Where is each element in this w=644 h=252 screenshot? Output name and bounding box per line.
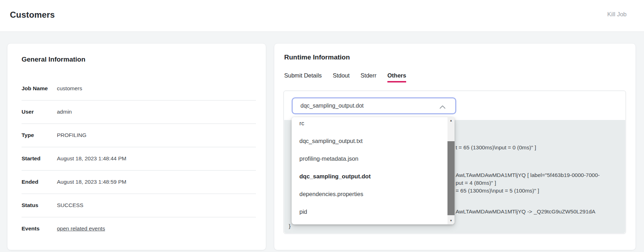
- runtime-tabs: Submit Details Stdout Stderr Others: [284, 72, 406, 82]
- info-row-events: Eventsopen related events: [22, 225, 105, 233]
- info-label: Events: [22, 225, 57, 233]
- row-divider: [22, 147, 256, 147]
- open-related-events-link[interactable]: open related events: [57, 225, 105, 231]
- runtime-info-heading: Runtime Information: [284, 53, 350, 61]
- dot-content-line: put = 4 (80ms)" ]: [456, 179, 496, 187]
- info-value: PROFILING: [57, 132, 87, 138]
- file-dropdown-menu: rc dqc_sampling_output.txt profiling-met…: [292, 117, 455, 224]
- dot-content-line: = 65 (1300ms)\nput = 5 (100ms)" ]: [456, 187, 539, 195]
- scroll-up-arrow-icon[interactable]: ▲: [447, 117, 455, 124]
- file-select-value: dqc_sampling_output.dot: [300, 98, 364, 113]
- dropdown-scrollbar[interactable]: ▲ ▼: [447, 117, 455, 224]
- info-row-job-name: Job Namecustomers: [22, 85, 82, 92]
- general-info-heading: General Information: [22, 56, 86, 63]
- info-value: admin: [57, 109, 72, 115]
- info-value: August 18, 2023 1:48:44 PM: [57, 155, 126, 161]
- dot-content-line: AwLTAwMDAwMDA1MTljYQ -> _Q29tcG9uZW50L29…: [456, 208, 595, 216]
- row-divider: [22, 217, 256, 217]
- info-label: Status: [22, 201, 57, 209]
- dropdown-option-profiling-metadata-json[interactable]: profiling-metadata.json: [292, 150, 447, 167]
- info-row-status: StatusSUCCESS: [22, 201, 83, 209]
- info-row-started: StartedAugust 18, 2023 1:48:44 PM: [22, 155, 126, 162]
- dropdown-option-dqc-sampling-output-txt[interactable]: dqc_sampling_output.txt: [292, 132, 447, 150]
- info-row-user: Useradmin: [22, 108, 72, 116]
- page-header: Customers Kill Job: [0, 0, 644, 32]
- row-divider: [22, 124, 256, 124]
- dropdown-option-pid[interactable]: pid: [292, 203, 447, 220]
- chevron-up-icon: [439, 104, 446, 110]
- info-value: August 18, 2023 1:48:59 PM: [57, 179, 126, 185]
- dot-content-line: t = 65 (1300ms)\nput = 0 (0ms)" ]: [456, 144, 536, 151]
- row-divider: [22, 194, 256, 194]
- tab-submit-details[interactable]: Submit Details: [284, 72, 322, 82]
- kill-job-button[interactable]: Kill Job: [607, 11, 627, 18]
- runtime-info-card: Runtime Information Submit Details Stdou…: [274, 43, 636, 250]
- scrollbar-thumb[interactable]: [447, 141, 455, 215]
- tab-stderr[interactable]: Stderr: [361, 72, 376, 82]
- dot-content-closing-brace: }: [289, 222, 291, 230]
- row-divider: [22, 170, 256, 171]
- file-select[interactable]: dqc_sampling_output.dot: [292, 97, 456, 114]
- info-row-type: TypePROFILING: [22, 131, 87, 139]
- info-label: User: [22, 108, 57, 116]
- dot-content-line: AwLTAwMDAwMDA1MTljYQ [ label="5f463b19-0…: [456, 171, 600, 179]
- info-label: Started: [22, 155, 57, 162]
- info-label: Type: [22, 131, 57, 139]
- info-value: customers: [57, 85, 82, 91]
- dropdown-option-dqc-sampling-output-dot[interactable]: dqc_sampling_output.dot: [292, 167, 447, 185]
- tab-stdout[interactable]: Stdout: [333, 72, 350, 82]
- tab-others[interactable]: Others: [387, 72, 406, 82]
- dropdown-option-rc[interactable]: rc: [292, 117, 447, 132]
- info-row-ended: EndedAugust 18, 2023 1:48:59 PM: [22, 178, 126, 186]
- status-value: SUCCESS: [57, 202, 83, 208]
- scroll-down-arrow-icon[interactable]: ▼: [447, 217, 455, 224]
- info-label: Ended: [22, 178, 57, 186]
- page-title: Customers: [10, 10, 55, 20]
- row-divider: [22, 100, 256, 101]
- dropdown-option-dependencies-properties[interactable]: dependencies.properties: [292, 185, 447, 203]
- general-info-card: General Information Job Namecustomers Us…: [7, 43, 266, 250]
- info-label: Job Name: [22, 85, 57, 92]
